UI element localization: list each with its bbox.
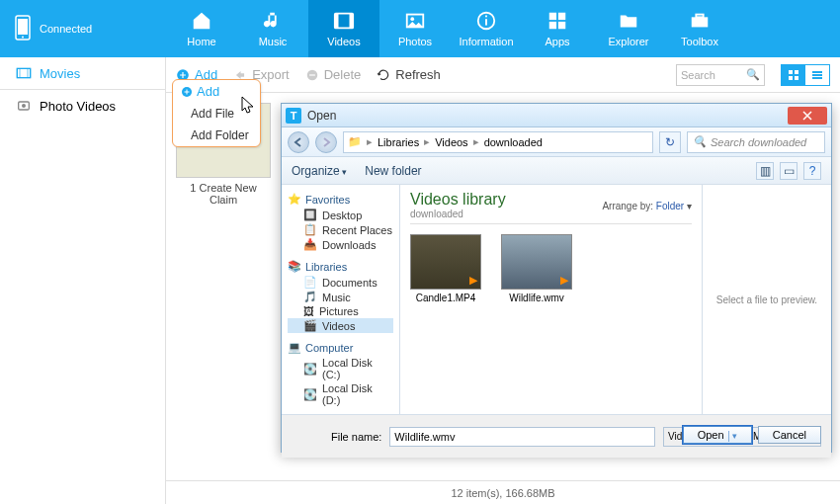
svg-point-19 — [22, 104, 26, 108]
svg-rect-1 — [18, 19, 28, 35]
preview-pane: Select a file to preview. — [703, 185, 831, 414]
add-folder-item[interactable]: Add Folder — [173, 125, 260, 146]
tree-recent[interactable]: 📋 Recent Places — [288, 222, 393, 237]
svg-rect-17 — [17, 68, 30, 77]
tree-music[interactable]: 🎵 Music — [288, 290, 393, 304]
svg-rect-4 — [335, 14, 339, 29]
view-toggle — [781, 64, 830, 86]
filename-label: File name: — [331, 431, 381, 443]
search-icon: 🔍 — [746, 68, 760, 81]
file-open-dialog: T Open 📁▸ Libraries▸ Videos▸ downloaded … — [281, 103, 832, 453]
file-list-pane: Videos library downloaded Arrange by: Fo… — [400, 185, 703, 414]
svg-rect-16 — [696, 15, 703, 18]
svg-rect-24 — [795, 70, 798, 74]
nav-videos[interactable]: Videos — [308, 0, 379, 57]
preview-pane-button[interactable]: ▭ — [780, 162, 798, 180]
arrange-by[interactable]: Arrange by: Folder ▾ — [602, 201, 692, 211]
help-button[interactable]: ? — [803, 162, 821, 180]
refresh-button[interactable]: Refresh — [377, 67, 441, 82]
nav-toolbox[interactable]: Toolbox — [664, 0, 735, 57]
search-icon: 🔍 — [693, 135, 707, 148]
nav-explorer[interactable]: Explorer — [593, 0, 664, 57]
svg-rect-13 — [549, 22, 556, 29]
sidebar-item-movies[interactable]: Movies — [0, 57, 165, 90]
breadcrumb[interactable]: 📁▸ Libraries▸ Videos▸ downloaded — [343, 131, 653, 153]
file-item[interactable]: Candle1.MP4 — [410, 234, 481, 303]
nav-music[interactable]: Music — [237, 0, 308, 57]
phone-icon — [14, 15, 32, 43]
svg-rect-15 — [692, 17, 709, 27]
dialog-title: Open — [307, 109, 336, 123]
cursor-icon — [241, 96, 255, 114]
svg-rect-5 — [350, 14, 354, 29]
dialog-tree: ⭐ Favorites 🔲 Desktop 📋 Recent Places 📥 … — [282, 185, 400, 414]
tree-documents[interactable]: 📄 Documents — [288, 275, 393, 290]
sidebar-label: Movies — [40, 66, 80, 81]
nav-home[interactable]: Home — [166, 0, 237, 57]
svg-rect-26 — [795, 76, 798, 80]
tree-pictures[interactable]: 🖼 Pictures — [288, 304, 393, 318]
nav-information[interactable]: Information — [451, 0, 522, 57]
app-icon: T — [286, 108, 301, 124]
svg-rect-29 — [812, 77, 822, 79]
organize-menu[interactable]: Organize — [292, 164, 347, 178]
new-folder-button[interactable]: New folder — [365, 164, 421, 178]
thumbnail-caption: 1 Create New Claim — [176, 182, 271, 206]
nav-photos[interactable]: Photos — [379, 0, 451, 57]
view-grid-button[interactable] — [782, 65, 805, 85]
svg-rect-23 — [789, 70, 793, 74]
device-status: Connected — [40, 23, 92, 35]
top-navigation: Connected Home Music Videos Photos Infor… — [0, 0, 840, 57]
filename-input[interactable] — [389, 427, 655, 447]
nav-apps[interactable]: Apps — [522, 0, 593, 57]
main-nav: Home Music Videos Photos Information App… — [166, 0, 735, 57]
action-toolbar: Add Export Delete Refresh Search🔍 — [166, 57, 840, 93]
file-name: Wildlife.wmv — [501, 293, 572, 303]
close-button[interactable] — [788, 107, 827, 125]
forward-button[interactable] — [315, 131, 337, 153]
dialog-search-input[interactable]: 🔍Search downloaded — [687, 131, 825, 153]
svg-rect-11 — [549, 13, 556, 20]
open-button[interactable]: Open — [683, 426, 752, 444]
cancel-button[interactable]: Cancel — [758, 426, 821, 444]
dialog-nav: 📁▸ Libraries▸ Videos▸ downloaded ↻ 🔍Sear… — [282, 127, 831, 157]
computer-header[interactable]: 💻 Computer — [288, 341, 393, 354]
device-status-panel: Connected — [0, 0, 166, 57]
refresh-button[interactable]: ↻ — [659, 131, 681, 153]
libraries-header[interactable]: 📚 Libraries — [288, 260, 393, 273]
sidebar-item-photo-videos[interactable]: Photo Videos — [0, 90, 165, 122]
svg-rect-25 — [789, 76, 793, 80]
delete-button[interactable]: Delete — [305, 67, 362, 82]
tree-desktop[interactable]: 🔲 Desktop — [288, 208, 393, 222]
tree-disk-d[interactable]: 💽 Local Disk (D:) — [288, 381, 393, 407]
dialog-title-bar: T Open — [282, 104, 831, 127]
svg-rect-10 — [485, 16, 487, 18]
svg-rect-12 — [558, 13, 565, 20]
tree-downloads[interactable]: 📥 Downloads — [288, 237, 393, 252]
tree-disk-c[interactable]: 💽 Local Disk (C:) — [288, 356, 393, 381]
svg-rect-27 — [812, 71, 822, 73]
view-options-button[interactable]: ▥ — [756, 162, 774, 180]
svg-point-7 — [410, 17, 414, 21]
back-button[interactable] — [288, 131, 309, 153]
folder-icon: 📁 — [348, 135, 362, 148]
svg-rect-9 — [485, 19, 487, 25]
svg-rect-14 — [558, 22, 565, 29]
file-name: Candle1.MP4 — [410, 293, 481, 303]
view-list-button[interactable] — [805, 65, 829, 85]
svg-rect-22 — [309, 74, 315, 75]
dialog-toolbar: Organize New folder ▥ ▭ ? — [282, 157, 831, 185]
tree-videos[interactable]: 🎬 Videos — [288, 318, 393, 333]
search-input[interactable]: Search🔍 — [676, 64, 765, 86]
sidebar: Movies Photo Videos — [0, 57, 166, 504]
svg-rect-28 — [812, 74, 822, 76]
file-item[interactable]: Wildlife.wmv — [501, 234, 572, 303]
svg-point-2 — [22, 36, 24, 38]
status-bar: 12 item(s), 166.68MB — [166, 480, 840, 504]
sidebar-label: Photo Videos — [40, 99, 116, 114]
favorites-header[interactable]: ⭐ Favorites — [288, 193, 393, 206]
